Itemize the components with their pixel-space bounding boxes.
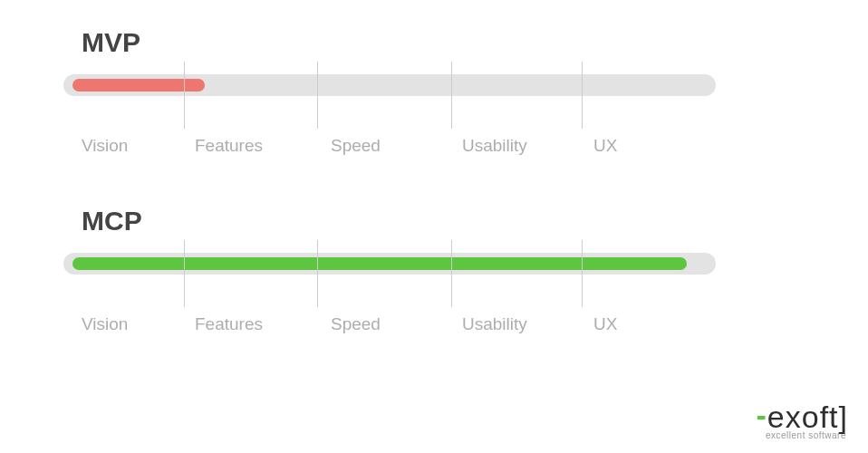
divider: [317, 62, 318, 129]
exoft-logo: -exoft] excellent software: [757, 401, 849, 440]
mcp-chart: MCP Vision Features Speed Usability UX: [63, 206, 805, 339]
divider: [582, 62, 583, 129]
mvp-title: MVP: [82, 27, 805, 58]
mcp-labels: Vision Features Speed Usability UX: [63, 314, 805, 333]
label-speed: Speed: [331, 314, 381, 334]
label-ux: UX: [593, 136, 617, 156]
divider: [582, 240, 583, 307]
divider: [451, 62, 452, 129]
label-ux: UX: [593, 314, 617, 334]
label-features: Features: [195, 314, 263, 334]
mvp-chart: MVP Vision Features Speed Usability UX: [63, 27, 805, 160]
mcp-title: MCP: [82, 206, 805, 236]
mcp-bar-wrapper: Vision Features Speed Usability UX: [63, 253, 805, 339]
logo-text: -exoft]: [757, 401, 849, 432]
logo-dash-icon: -: [757, 398, 767, 432]
logo-name: exoft: [767, 400, 839, 434]
divider: [451, 240, 452, 307]
mvp-bar-fill: [72, 79, 205, 92]
label-usability: Usability: [462, 314, 527, 334]
divider: [184, 240, 185, 307]
label-features: Features: [195, 136, 263, 156]
logo-bracket-icon: ]: [839, 400, 848, 434]
label-usability: Usability: [462, 136, 527, 156]
divider: [317, 240, 318, 307]
mvp-bar-track: [63, 74, 716, 96]
label-speed: Speed: [331, 136, 381, 156]
mcp-bar-track: [63, 253, 716, 275]
divider: [184, 62, 185, 129]
label-vision: Vision: [82, 314, 128, 334]
mvp-labels: Vision Features Speed Usability UX: [63, 136, 805, 154]
mcp-bar-fill: [72, 257, 687, 270]
mvp-bar-wrapper: Vision Features Speed Usability UX: [63, 74, 805, 160]
label-vision: Vision: [82, 136, 128, 156]
